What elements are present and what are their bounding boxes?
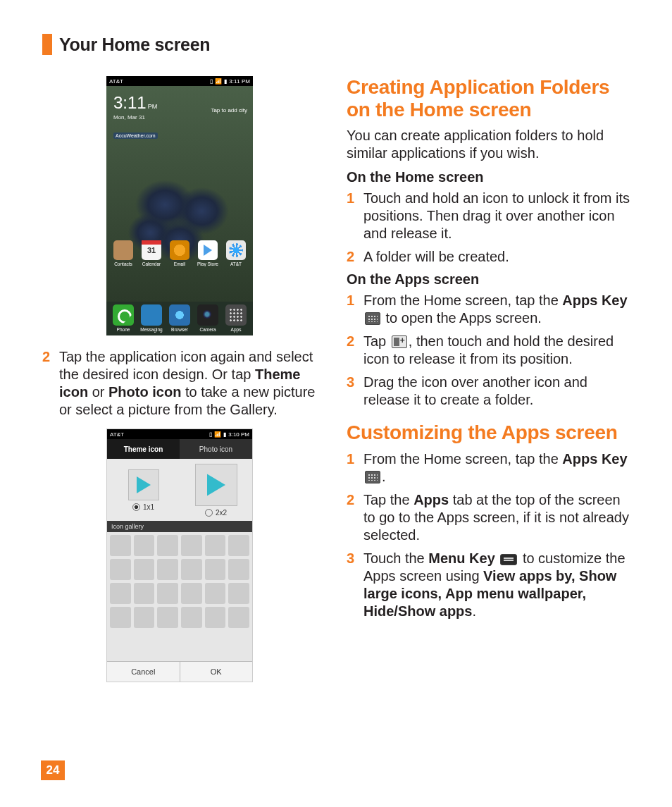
apps-key-icon (365, 471, 380, 483)
status-time-2: 3:10 PM (228, 431, 249, 438)
size-2x2-preview (195, 464, 237, 506)
header-title: Your Home screen (59, 35, 210, 55)
battery-icon: ▮ (223, 431, 226, 438)
apps-key-icon (365, 312, 380, 325)
heading-creating-folders: Creating Application Folders on the Home… (347, 76, 630, 121)
accuweather-badge: AccuWeather.com (113, 133, 158, 139)
apps-steps-list: 1 From the Home screen, tap the Apps Key… (347, 292, 630, 409)
page-number: 24 (41, 760, 65, 780)
status-time: 3:11 PM (229, 78, 250, 85)
heading-customizing-apps: Customizing the Apps screen (347, 421, 630, 444)
dialog-buttons: Cancel OK (107, 661, 252, 682)
screenshot-icon-picker: AT&T ▯ 📶 ▮ 3:10 PM Theme icon Photo icon (106, 429, 253, 682)
battery-icon: ▮ (224, 78, 227, 85)
size-picker: 1x1 2x2 (107, 459, 252, 521)
carrier-label: AT&T (109, 78, 123, 85)
size-2x2-radio: 2x2 (205, 509, 227, 517)
signal-icon: 📶 (215, 78, 222, 85)
wallpaper: 3:11PM Mon, Mar 31 Tap to add city AccuW… (106, 86, 253, 302)
icon-gallery-label: Icon gallery (107, 521, 252, 532)
tab-theme-icon: Theme icon (107, 439, 180, 459)
size-1x1-preview (128, 469, 159, 500)
nfc-icon: ▯ (210, 78, 213, 85)
nfc-icon: ▯ (209, 431, 212, 438)
header-accent (42, 34, 52, 55)
weather-hint: Tap to add city (211, 107, 247, 113)
status-bar: AT&T ▯ 📶 ▮ 3:11 PM (106, 76, 253, 86)
subhead-on-apps-screen: On the Apps screen (347, 271, 630, 288)
size-1x1-radio: 1x1 (132, 503, 154, 511)
screenshot-home-screen: AT&T ▯ 📶 ▮ 3:11 PM 3:11PM Mon, Mar 31 Ta… (106, 76, 253, 335)
tab-plus-icon (392, 335, 407, 348)
icon-picker-tabs: Theme icon Photo icon (107, 439, 252, 459)
ok-button: OK (180, 662, 253, 682)
folders-intro: You can create application folders to ho… (347, 127, 630, 162)
carrier-label-2: AT&T (110, 431, 124, 438)
subhead-on-home-screen: On the Home screen (347, 169, 630, 185)
tab-photo-icon: Photo icon (180, 439, 252, 459)
cancel-button: Cancel (107, 662, 180, 682)
page-header: Your Home screen (42, 34, 630, 55)
dock-row: PhoneMessagingBrowserCameraApps (106, 302, 253, 335)
clock-widget: 3:11PM Mon, Mar 31 (113, 93, 157, 121)
home-icon-row: ContactsCalendarEmailPlay StoreAT&T (106, 240, 253, 266)
left-step-text: Tap the application icon again and selec… (59, 348, 317, 419)
status-bar-2: AT&T ▯ 📶 ▮ 3:10 PM (107, 429, 252, 439)
icon-gallery-grid (107, 532, 252, 661)
home-steps-list: 1Touch and hold an icon to unlock it fro… (347, 190, 630, 266)
customize-steps-list: 1 From the Home screen, tap the Apps Key… (347, 450, 630, 620)
menu-key-icon (500, 554, 517, 565)
left-step-2: 2 Tap the application icon again and sel… (42, 348, 317, 419)
signal-icon: 📶 (214, 431, 221, 438)
